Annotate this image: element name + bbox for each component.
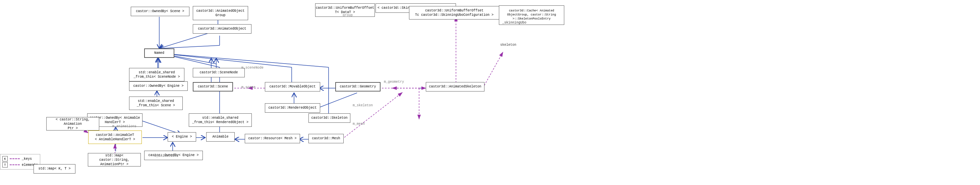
node-named: Named [144,48,174,58]
node-std-map-string-animationptr: < castor::String, Animation Ptr > [46,117,99,130]
legend-t: T elements [2,162,38,167]
node-animablet-label: castor3d::AnimableT < AnimableHandlerT > [95,133,135,142]
node-animatedobjectgroup-label: castor3d::AnimatedObject Group [196,9,244,18]
node-scene: castor3d::Scene [193,82,233,92]
label-m-mesh: m_mesh [353,122,365,126]
legend-k: K _keys [2,156,38,161]
svg-line-42 [342,92,402,139]
label-m-skeleton: m_skeleton [353,104,373,107]
legend-t-line [10,164,20,165]
legend-keys-label: _keys [22,157,32,161]
node-ownedby-engine: castor::OwnedBy< Engine > [129,81,188,91]
node-animatedobject: castor3d::AnimatedObject [193,24,251,34]
node-std-map-k-t: std::map< K, T > [33,164,75,174]
label-m-geometry: m_geometry [384,80,404,84]
label-m-scenenode: m_sceneNode [242,66,264,70]
node-animable: Animable [206,132,235,142]
node-enable-scenenode-label: std::enable_shared _from_this< SceneNode… [134,70,180,79]
node-std-map-animationptr-label: < castor::String, Animation Ptr > [49,117,97,130]
label-group: group [343,13,353,17]
node-ownedby-scene-label: castor::OwnedBy< Scene > [136,9,184,14]
svg-line-41 [483,52,503,88]
node-ownedby-engine-label: castor::OwnedBy< Engine > [133,84,183,88]
node-skeleton-label: castor3d::Skeleton [311,116,347,121]
label-skinning-ubo: _skinningUbo [502,21,527,24]
svg-line-16 [159,53,292,67]
label-m-animations1: m_animations [112,124,137,128]
node-skeleton: castor3d::Skeleton [309,113,350,123]
node-scenenode: castor3d::SceneNode [193,68,245,77]
node-resource-mesh-label: castor::Resource< Mesh > [248,136,296,141]
svg-line-6 [159,45,220,48]
label-skeleton: skeleton [500,43,516,47]
node-movableobject-label: castor3d::MovableObject [269,84,315,89]
legend-k-line [10,158,20,159]
node-geometry: castor3d::Geometry [335,82,380,92]
node-castor-cache-label: castor3d::Cache< Animated ObjectGroup, c… [507,9,556,21]
node-animated-skeleton: castor3d::AnimatedSkeleton [426,82,484,92]
node-enable-shared-scene: std::enable_shared _from_this< Scene > [129,97,183,110]
node-mesh: castor3d::Mesh [309,134,344,143]
node-animablet: castor3d::AnimableT < AnimableHandlerT > [88,130,142,144]
node-scene-label: castor3d::Scene [198,84,228,89]
node-enable-shared-rendered: std::enable_shared _from_this< RenderedO… [189,113,252,127]
node-engine-template: < Engine > [168,132,196,142]
svg-line-20 [315,93,357,109]
node-uniformbuffer-skinning-label: castor3d::UniformBufferOffset Tc castor3… [415,8,493,17]
node-mesh-label: castor3d::Mesh [312,136,340,141]
node-std-map-k-t-label: std::map< K, T > [38,166,70,171]
node-animated-skeleton-label: castor3d::AnimatedSkeleton [429,84,481,89]
node-uniformbuffer-skinning: castor3d::UniformBufferOffset Tc castor3… [409,6,500,19]
node-enable-shared-scenenode: std::enable_shared _from_this< SceneNode… [129,68,185,81]
label-m-animations2: m_animations [154,154,178,158]
node-animatedobjectgroup: castor3d::AnimatedObject Group [193,6,248,20]
node-resource-mesh: castor::Resource< Mesh > [245,134,300,143]
node-castor-ownedby-scene: castor::OwnedBy< Scene > [131,7,189,16]
node-renderedobject: castor3d::RenderedObject [265,103,320,113]
node-enable-scene-label: std::enable_shared _from_this< Scene > [137,99,175,108]
node-movableobject: castor3d::MovableObject [265,82,320,92]
label-m-scene: m_scene [242,85,256,89]
node-std-map-castor-string: std::map< castor::String, AnimationPtr > [88,153,141,166]
node-animatedobject-label: castor3d::AnimatedObject [198,27,246,31]
node-engine-template-label: < Engine > [172,135,192,139]
diagram-container: Named castor::OwnedBy< Scene > castor3d:… [0,0,980,185]
svg-line-25 [159,53,329,67]
legend-t-box: T [2,162,8,167]
node-renderedobject-label: castor3d::RenderedObject [268,106,317,110]
node-named-label: Named [154,51,164,56]
node-scenenode-label: castor3d::SceneNode [199,70,238,75]
node-enable-rendered-label: std::enable_shared _from_this< RenderedO… [192,116,248,124]
node-std-map-castor-string-label: std::map< castor::String, AnimationPtr > [90,153,138,166]
node-animable-label: Animable [212,135,228,139]
node-geometry-label: castor3d::Geometry [340,84,376,89]
legend-k-box: K [2,156,8,161]
